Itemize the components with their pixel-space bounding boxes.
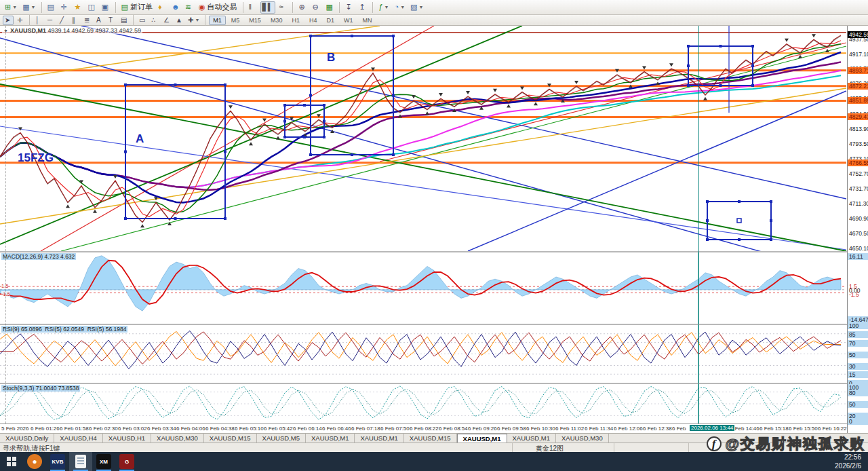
grid-tool-icon[interactable]: ▤: [119, 16, 130, 25]
chart-tab-3[interactable]: XAUUSD,M30: [151, 434, 204, 442]
taskbar-kvb-icon[interactable]: KVB: [46, 452, 69, 471]
taskbar-browser-icon[interactable]: ●: [23, 452, 46, 471]
chart-tab-7[interactable]: XAUUSD,M1: [355, 434, 403, 442]
dropdown-arrow-icon[interactable]: ▼: [400, 5, 405, 10]
chart-tab-6[interactable]: XAUUSD,M1: [306, 434, 355, 442]
selection-handle[interactable]: [323, 120, 326, 123]
market-watch-icon[interactable]: ▤: [45, 1, 58, 14]
data-window-icon[interactable]: ▣: [100, 1, 112, 14]
line-chart-icon[interactable]: ≈: [277, 1, 289, 14]
signal-icon[interactable]: ≋: [183, 1, 195, 14]
selection-handle[interactable]: [751, 64, 754, 67]
angle-tool-icon[interactable]: ∠: [161, 16, 172, 25]
dropdown-arrow-icon[interactable]: ▼: [31, 5, 36, 10]
rect-tool-icon[interactable]: ▭: [137, 16, 148, 25]
selection-handle[interactable]: [309, 35, 312, 37]
chart-window-icon[interactable]: ◫: [86, 1, 98, 14]
selection-handle[interactable]: [174, 217, 177, 220]
arrow-tool-icon[interactable]: ▲: [174, 16, 184, 25]
selection-handle[interactable]: [323, 136, 326, 138]
selection-handle[interactable]: [224, 151, 226, 153]
selection-handle[interactable]: [283, 136, 286, 138]
selection-handle[interactable]: [124, 217, 127, 220]
taskbar-notepad-icon[interactable]: [69, 452, 92, 471]
selection-handle[interactable]: [706, 200, 709, 203]
selection-handle[interactable]: [224, 83, 226, 86]
community-icon[interactable]: ☻: [170, 1, 182, 14]
vline-tool-icon[interactable]: │: [33, 16, 44, 25]
chart-tab-10[interactable]: XAUUSD,M1: [507, 434, 556, 442]
trend-line[interactable]: [61, 46, 846, 251]
dropdown-arrow-icon[interactable]: ▼: [12, 5, 17, 10]
label-tool-icon[interactable]: T: [106, 16, 117, 25]
chart-tab-0[interactable]: XAUUSD,Daily: [0, 434, 54, 442]
fibo-tool-icon[interactable]: ≣: [82, 16, 93, 25]
chart-tab-9[interactable]: XAUUSD,M1: [457, 434, 507, 442]
cursor-tool-icon[interactable]: ➤: [3, 16, 14, 25]
hline-tool-icon[interactable]: ─: [45, 16, 56, 25]
selection-handle[interactable]: [303, 104, 306, 107]
chart-tab-4[interactable]: XAUUSD,M15: [204, 434, 257, 442]
macd-canvas[interactable]: [0, 252, 847, 324]
selection-handle[interactable]: [719, 45, 722, 48]
selection-handle[interactable]: [719, 84, 722, 87]
timeframe-button-d1[interactable]: D1: [322, 16, 338, 25]
templates-icon[interactable]: ▧▼: [408, 1, 425, 14]
rsi-canvas[interactable]: [0, 325, 847, 383]
periods-icon[interactable]: ◔▼: [393, 1, 408, 14]
selection-handle[interactable]: [770, 200, 772, 203]
selection-handle[interactable]: [687, 64, 690, 67]
chart-tab-8[interactable]: XAUUSD,M15: [404, 434, 457, 442]
timeframe-button-h1[interactable]: H1: [288, 16, 304, 25]
taskbar-xm-icon[interactable]: XM: [92, 452, 115, 471]
channel-tool-icon[interactable]: ∥: [70, 16, 81, 25]
selection-handle[interactable]: [738, 238, 741, 241]
chart-tab-5[interactable]: XAUUSD,M5: [257, 434, 306, 442]
start-button[interactable]: [0, 452, 23, 471]
profiles-icon[interactable]: ▦▼: [20, 1, 37, 14]
selection-handle[interactable]: [124, 83, 127, 86]
main-chart-panel[interactable]: AB15FZG ▼XAUUSD,M1 4939.14 4942.69 4937.…: [0, 26, 847, 251]
selection-handle[interactable]: [770, 238, 772, 241]
trend-line[interactable]: [41, 26, 434, 251]
selection-handle[interactable]: [124, 151, 127, 153]
selection-handle[interactable]: [351, 153, 353, 156]
taskbar-redapp-icon[interactable]: G: [115, 452, 138, 471]
chart-tab-1[interactable]: XAUUSD,H4: [54, 434, 102, 442]
selection-handle[interactable]: [309, 153, 312, 156]
auto-scroll-icon[interactable]: ↧: [343, 1, 355, 14]
new-chart-icon[interactable]: ⊞▼: [3, 1, 19, 14]
macd-panel[interactable]: MACD(12,26,9) 4.723 4.632 1.5-1.5: [0, 252, 847, 324]
more-tools-icon[interactable]: ✚▼: [186, 16, 201, 25]
alerts-icon[interactable]: ♦: [156, 1, 168, 14]
annotation-text-a[interactable]: A: [136, 132, 144, 145]
selection-handle[interactable]: [283, 104, 286, 107]
indicators-icon[interactable]: ƒ▼: [376, 1, 391, 14]
selection-handle[interactable]: [392, 35, 395, 37]
candles-icon[interactable]: ▋▍: [260, 1, 276, 14]
text-tool-icon[interactable]: A: [94, 16, 105, 25]
dropdown-arrow-icon[interactable]: ▼: [419, 5, 424, 10]
selection-handle[interactable]: [303, 136, 306, 138]
dropdown-arrow-icon[interactable]: ▼: [384, 5, 389, 10]
dots-tool-icon[interactable]: ∴: [149, 16, 160, 25]
navigator-icon[interactable]: ✛: [59, 1, 71, 14]
trend-line[interactable]: [468, 91, 846, 251]
annotation-text-15fzg[interactable]: 15FZG: [18, 151, 54, 164]
selection-handle[interactable]: [323, 104, 326, 107]
chart-tab-11[interactable]: XAUUSD,M30: [556, 434, 609, 442]
selection-handle[interactable]: [392, 153, 395, 156]
selection-handle[interactable]: [751, 45, 754, 48]
selection-handle[interactable]: [224, 217, 226, 220]
chart-tab-2[interactable]: XAUUSD,H1: [103, 434, 151, 442]
bars-icon[interactable]: ‖: [247, 1, 259, 14]
timeframe-button-mn[interactable]: MN: [358, 16, 376, 25]
stoch-panel[interactable]: Stoch(9,3,3) 71.0040 73.8538: [0, 384, 847, 423]
timeframe-button-m30[interactable]: M30: [267, 16, 287, 25]
selection-handle[interactable]: [392, 94, 395, 97]
zoom-out-icon[interactable]: ⊖: [310, 1, 322, 14]
timeframe-button-m5[interactable]: M5: [227, 16, 244, 25]
timeframe-button-m15[interactable]: M15: [245, 16, 265, 25]
favorites-icon[interactable]: ★: [73, 1, 85, 14]
stoch-canvas[interactable]: [0, 384, 847, 423]
